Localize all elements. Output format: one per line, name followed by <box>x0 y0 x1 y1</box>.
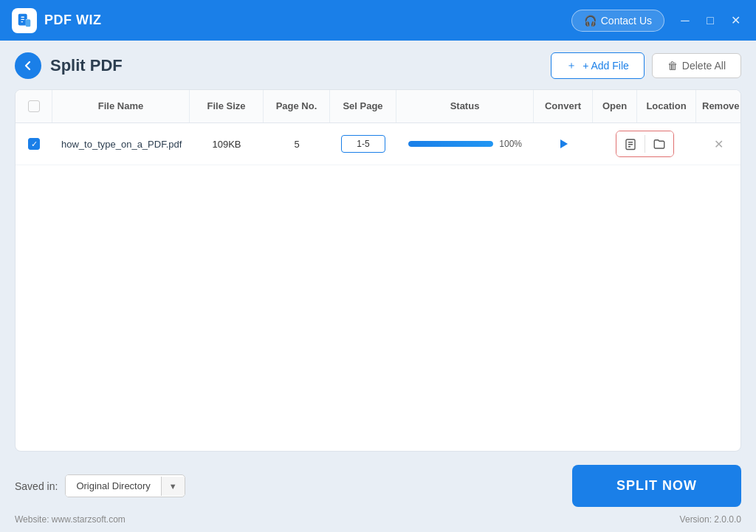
table-body: ✓ how_to_type_on_a_PDF.pdf 109KB 5 100% <box>16 123 740 451</box>
plus-icon: ＋ <box>566 59 577 72</box>
select-all-checkbox[interactable] <box>28 100 40 112</box>
main-content: Split PDF ＋ + Add File 🗑 Delete All File… <box>0 41 756 507</box>
svg-marker-5 <box>560 139 568 148</box>
progress-container: 100% <box>402 139 528 149</box>
app-title: PDF WIZ <box>44 13 102 28</box>
minimize-button[interactable]: ─ <box>676 12 694 30</box>
row-selpage[interactable] <box>330 128 396 160</box>
page-header: Split PDF ＋ + Add File 🗑 Delete All <box>15 52 741 79</box>
row-checkbox[interactable]: ✓ <box>28 138 40 150</box>
row-remove[interactable]: ✕ <box>696 125 740 162</box>
open-file-button[interactable] <box>616 131 645 156</box>
row-convert[interactable] <box>534 126 593 162</box>
split-now-button[interactable]: SPLIT NOW <box>572 465 741 507</box>
row-filename: how_to_type_on_a_PDF.pdf <box>52 131 190 157</box>
row-pageno: 5 <box>264 131 330 157</box>
header-selpage: Sel Page <box>330 90 396 122</box>
row-filesize: 109KB <box>190 131 264 157</box>
titlebar-right: 🎧 Contact Us ─ □ ✕ <box>571 10 744 32</box>
titlebar-left: PDF WIZ <box>12 8 102 33</box>
maximize-button[interactable]: □ <box>701 12 719 30</box>
file-table: File Name File Size Page No. Sel Page St… <box>15 89 741 452</box>
svg-rect-2 <box>21 18 24 19</box>
header-status: Status <box>396 90 534 122</box>
sel-page-input[interactable] <box>341 135 385 153</box>
app-logo <box>12 8 37 33</box>
remove-button[interactable]: ✕ <box>707 133 729 155</box>
headset-icon: 🎧 <box>584 15 597 27</box>
svg-rect-1 <box>21 16 24 17</box>
svg-rect-4 <box>26 19 30 27</box>
header-actions: ＋ + Add File 🗑 Delete All <box>551 52 741 79</box>
contact-button[interactable]: 🎧 Contact Us <box>571 10 664 32</box>
version-text: Version: 2.0.0.0 <box>680 514 741 525</box>
open-location-group <box>616 131 674 157</box>
back-button[interactable] <box>15 52 41 79</box>
website-text: Website: www.starzsoft.com <box>15 514 126 525</box>
titlebar: PDF WIZ 🎧 Contact Us ─ □ ✕ <box>0 0 756 41</box>
row-checkbox-cell: ✓ <box>16 131 52 157</box>
header-remove: Remove <box>696 90 740 122</box>
progress-fill <box>408 141 493 147</box>
header-filename: File Name <box>52 90 190 122</box>
header-pageno: Page No. <box>264 90 330 122</box>
footer-actions: Saved in: Original Directory ▼ SPLIT NOW <box>15 453 741 507</box>
svg-rect-3 <box>21 21 23 21</box>
open-location-button[interactable] <box>645 131 673 156</box>
header-checkbox-cell <box>16 90 52 122</box>
convert-play-button[interactable] <box>553 134 574 154</box>
directory-dropdown[interactable]: Original Directory ▼ <box>65 474 185 497</box>
table-row: ✓ how_to_type_on_a_PDF.pdf 109KB 5 100% <box>16 123 740 165</box>
row-open-location <box>593 123 696 165</box>
progress-text: 100% <box>499 139 522 149</box>
page-title: Split PDF <box>50 56 123 75</box>
statusbar: Website: www.starzsoft.com Version: 2.0.… <box>0 507 756 532</box>
trash-icon: 🗑 <box>667 60 678 72</box>
delete-all-button[interactable]: 🗑 Delete All <box>652 53 741 78</box>
page-header-left: Split PDF <box>15 52 123 79</box>
header-open: Open <box>593 90 637 122</box>
directory-value: Original Directory <box>66 475 160 497</box>
table-header: File Name File Size Page No. Sel Page St… <box>16 90 740 123</box>
add-file-button[interactable]: ＋ + Add File <box>551 52 645 79</box>
dropdown-arrow-icon: ▼ <box>161 477 185 496</box>
close-button[interactable]: ✕ <box>726 12 744 30</box>
saved-in-label: Saved in: <box>15 480 58 492</box>
saved-in: Saved in: Original Directory ▼ <box>15 474 185 497</box>
header-filesize: File Size <box>190 90 264 122</box>
header-location: Location <box>637 90 696 122</box>
header-convert: Convert <box>534 90 593 122</box>
progress-bar <box>408 141 493 147</box>
row-status: 100% <box>396 131 534 156</box>
window-controls: ─ □ ✕ <box>676 12 744 30</box>
